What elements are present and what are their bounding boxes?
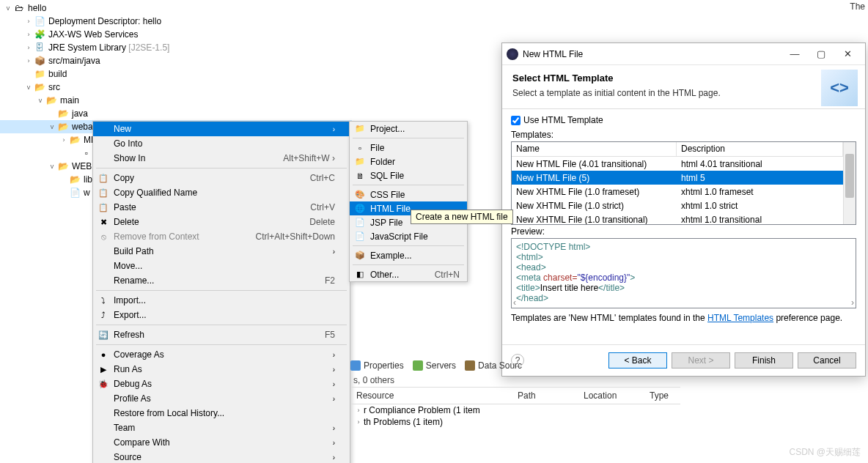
menu-move-[interactable]: Move... [93, 259, 350, 273]
template-row[interactable]: New XHTML File (1.0 frameset)xhtml 1.0 f… [512, 185, 843, 199]
submenu-example-[interactable]: 📦Example... [350, 248, 467, 262]
menu-label: Refresh [114, 330, 144, 340]
template-row[interactable]: New HTML File (5)html 5 [512, 171, 843, 185]
menu-rename-[interactable]: Rename...F2 [93, 273, 350, 288]
menu-copy-qualified-name[interactable]: 📋Copy Qualified Name [93, 185, 350, 200]
menu-coverage-as[interactable]: ●Coverage As› [93, 347, 350, 362]
tree-item[interactable]: ›🧩JAX-WS Web Services [0, 28, 352, 41]
menu-build-path[interactable]: Build Path› [93, 244, 350, 259]
shortcut: F5 [325, 330, 335, 340]
template-row[interactable]: New XHTML File (1.0 transitional)xhtml 1… [512, 212, 843, 225]
menu-export-[interactable]: ⤴Export... [93, 308, 350, 322]
twisty-icon[interactable]: › [23, 16, 34, 26]
menu-delete[interactable]: ✖DeleteDelete [93, 215, 350, 229]
datasource-icon [465, 360, 475, 371]
menu-profile-as[interactable]: Profile As› [93, 391, 350, 406]
problem-group[interactable]: ›r Compliance Problem (1 item [350, 404, 680, 416]
menu-go-into[interactable]: Go Into [93, 136, 350, 151]
col-path[interactable]: Path [512, 389, 578, 402]
folder-open-icon: 📂 [57, 160, 69, 172]
menu-label: Remove from Context [114, 232, 199, 242]
properties-icon [350, 360, 361, 371]
js-icon: 📄 [354, 231, 366, 242]
twisty-icon[interactable] [59, 188, 69, 198]
menu-label: Build Path [114, 246, 154, 256]
dialog-subtitle: Select a template as initial content in … [512, 88, 855, 98]
twisty-icon[interactable]: v [23, 82, 34, 92]
twisty-icon[interactable]: v [35, 95, 45, 105]
tree-label: JAX-WS Web Services [48, 29, 138, 40]
tree-item[interactable]: ›📦src/main/java [0, 54, 352, 67]
twisty-icon[interactable] [47, 108, 57, 119]
submenu-arrow-icon: › [333, 453, 335, 462]
eclipse-icon [507, 48, 518, 60]
twisty-icon[interactable]: › [23, 42, 34, 53]
col-location[interactable]: Location [578, 389, 644, 402]
tree-item[interactable]: v📂src [0, 81, 352, 94]
submenu-folder[interactable]: 📁Folder [350, 155, 467, 168]
col-name[interactable]: Name [512, 142, 677, 156]
use-template-input[interactable] [511, 116, 521, 125]
html-templates-link[interactable]: HTML Templates [707, 313, 773, 323]
submenu-file[interactable]: ▫File [350, 141, 467, 155]
twisty-icon[interactable]: v [47, 122, 57, 132]
tree-item[interactable]: 📁build [0, 67, 352, 81]
menu-import-[interactable]: ⤵Import... [93, 293, 350, 308]
menu-new[interactable]: New› [93, 122, 350, 136]
submenu-arrow-icon: › [333, 439, 335, 447]
twisty-icon[interactable]: › [59, 135, 69, 145]
templates-table[interactable]: Name Description New HTML File (4.01 tra… [511, 141, 856, 225]
submenu-css-file[interactable]: 🎨CSS File [350, 188, 467, 201]
menu-restore-from-local-history-[interactable]: Restore from Local History... [93, 406, 350, 421]
tree-item[interactable]: ›📄Deployment Descriptor: hello [0, 15, 352, 28]
template-desc: html 5 [677, 172, 843, 184]
finish-button[interactable]: Finish [735, 352, 793, 368]
menu-refresh[interactable]: 🔄RefreshF5 [93, 327, 350, 342]
tab-properties[interactable]: Properties [350, 360, 404, 371]
twisty-icon[interactable] [70, 148, 81, 158]
twisty-icon[interactable]: v [3, 3, 13, 13]
tree-item[interactable]: ›🗄JRE System Library [J2SE-1.5] [0, 41, 352, 54]
twisty-icon[interactable]: › [23, 56, 34, 66]
tree-item[interactable]: v📂main [0, 94, 352, 107]
template-row[interactable]: New XHTML File (1.0 strict)xhtml 1.0 str… [512, 199, 843, 212]
maximize-button[interactable]: ▢ [808, 45, 834, 63]
submenu-other-[interactable]: ◧Other...Ctrl+N [350, 267, 467, 281]
menu-paste[interactable]: 📋PasteCtrl+V [93, 200, 350, 215]
col-resource[interactable]: Resource [350, 389, 512, 402]
menu-team[interactable]: Team› [93, 421, 350, 435]
tree-item[interactable]: 📂java [0, 107, 352, 120]
menu-copy[interactable]: 📋CopyCtrl+C [93, 171, 350, 185]
template-row[interactable]: New HTML File (4.01 transitional)html 4.… [512, 157, 843, 171]
twisty-icon[interactable]: › [23, 29, 34, 40]
twisty-icon[interactable]: v [47, 161, 57, 171]
col-type[interactable]: Type [644, 389, 674, 402]
css-icon: 🎨 [354, 189, 366, 201]
delete-icon: ✖ [98, 216, 109, 228]
close-button[interactable]: ✕ [834, 45, 861, 63]
submenu-sql-file[interactable]: 🗎SQL File [350, 168, 467, 182]
menu-source[interactable]: Source› [93, 450, 350, 463]
tab-servers[interactable]: Servers [413, 360, 456, 371]
problem-group[interactable]: ›th Problems (1 item) [350, 416, 680, 428]
tab-datasource[interactable]: Data Sourc [465, 360, 522, 371]
folder-open-icon: 📂 [69, 174, 81, 185]
scrollbar[interactable] [843, 142, 856, 224]
menu-run-as[interactable]: ▶Run As› [93, 362, 350, 377]
twisty-icon[interactable] [23, 69, 34, 79]
menu-compare-with[interactable]: Compare With› [93, 435, 350, 450]
use-template-checkbox[interactable]: Use HTML Template [511, 115, 856, 125]
cancel-button[interactable]: Cancel [798, 352, 856, 368]
submenu-javascript-file[interactable]: 📄JavaScript File [350, 229, 467, 243]
scroll-thumb[interactable] [845, 154, 854, 198]
submenu-project-[interactable]: 📁Project... [350, 122, 467, 136]
twisty-icon[interactable] [59, 174, 69, 185]
menu-show-in[interactable]: Show InAlt+Shift+W › [93, 151, 350, 166]
col-description[interactable]: Description [677, 142, 843, 156]
proj-icon: 📁 [354, 123, 366, 135]
menu-debug-as[interactable]: 🐞Debug As› [93, 377, 350, 391]
tree-root[interactable]: v 🗁 hello [0, 1, 352, 15]
shortcut: Ctrl+N [435, 270, 460, 280]
minimize-button[interactable]: — [781, 45, 808, 63]
html-icon: 🌐 [354, 203, 366, 215]
